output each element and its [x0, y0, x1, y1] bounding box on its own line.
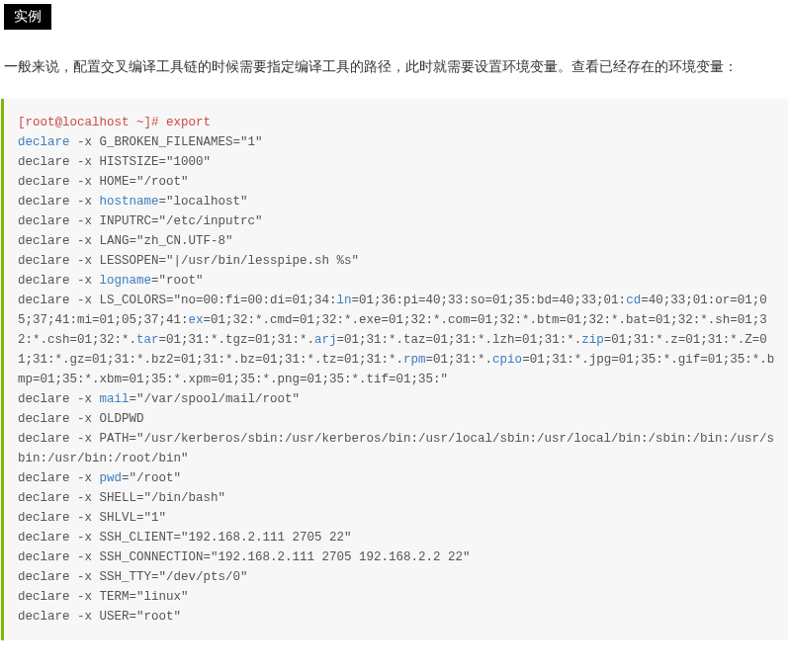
- keyword-text: rpm: [403, 353, 426, 367]
- keyword-text: tar: [136, 333, 159, 347]
- keyword-text: mail: [100, 392, 130, 406]
- example-badge: 实例: [4, 4, 51, 30]
- keyword-text: pwd: [100, 471, 123, 485]
- intro-paragraph: 一般来说，配置交叉编译工具链的时候需要指定编译工具的路径，此时就需要设置环境变量…: [0, 30, 789, 99]
- keyword-text: arj: [314, 333, 337, 347]
- keyword-text: hostname: [100, 195, 159, 209]
- keyword-text: zip: [581, 333, 604, 347]
- keyword-text: logname: [100, 274, 152, 288]
- keyword-text: ex: [189, 313, 204, 327]
- code-block: [root@localhost ~]# export declare -x G_…: [1, 99, 788, 640]
- keyword-text: cd: [626, 294, 641, 307]
- prompt-text: [root@localhost ~]# export: [18, 116, 211, 129]
- keyword-text: declare: [18, 135, 70, 149]
- keyword-text: cpio: [492, 353, 522, 367]
- keyword-text: ln: [337, 294, 352, 307]
